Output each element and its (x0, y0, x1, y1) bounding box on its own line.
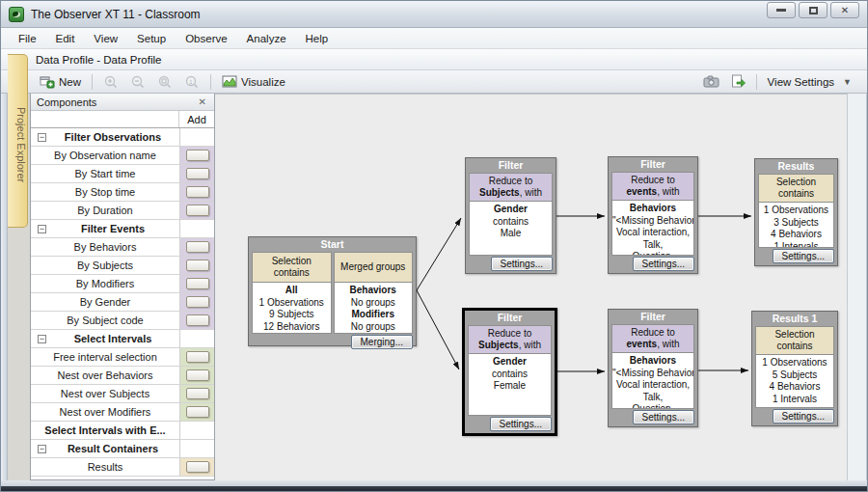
visualize-button[interactable]: Visualize (216, 73, 291, 91)
node-subheader: Selection contains (758, 174, 834, 203)
add-button-cell (179, 165, 214, 182)
settings-button[interactable]: Settings... (633, 410, 694, 424)
add-button[interactable] (186, 461, 209, 473)
sidebar-item-filter-observations: −Filter Observations (31, 128, 214, 147)
add-button[interactable] (186, 296, 209, 308)
component-label: By Start time (31, 168, 179, 179)
diagram-canvas[interactable]: Start Selection contains All 1 Observati… (215, 94, 847, 480)
close-button[interactable]: ✕ (830, 2, 859, 18)
zoom-100-button[interactable]: 1 (178, 72, 205, 92)
add-button[interactable] (186, 241, 209, 253)
add-button[interactable] (186, 260, 209, 271)
node-subheader: Selection contains (755, 326, 834, 355)
menu-analyze[interactable]: Analyze (237, 30, 296, 47)
sidebar-item-nest-over-behaviors: Nest over Behaviors (31, 367, 214, 385)
node-title: Start (249, 237, 416, 252)
component-label: Filter Observations (46, 131, 179, 143)
add-button-cell (179, 330, 214, 347)
node-body: Behaviors "<Missing Behavior... Vocal in… (611, 353, 694, 409)
sidebar-item-by-stop-time: By Stop time (31, 183, 214, 202)
node-subheader: Merged groups (334, 252, 414, 283)
node-results-1[interactable]: Results 1 Selection contains 1 Observati… (751, 311, 838, 426)
sidebar-item-filter-events: −Filter Events (31, 220, 214, 238)
component-label: Filter Events (46, 223, 179, 234)
toolbar: New (1, 70, 867, 94)
collapse-icon[interactable]: − (38, 335, 46, 343)
add-button[interactable] (186, 314, 209, 326)
add-column-label: Add (179, 114, 214, 125)
add-button-cell (179, 257, 214, 274)
sidebar-item-by-observation-name: By Observation name (31, 147, 214, 165)
component-label: Result Containers (46, 443, 179, 454)
new-button[interactable]: New (34, 73, 87, 91)
collapse-icon[interactable]: − (38, 445, 46, 453)
add-button[interactable] (186, 168, 209, 179)
menu-observe[interactable]: Observe (176, 30, 236, 47)
menu-setup[interactable]: Setup (127, 30, 176, 47)
settings-button[interactable]: Settings... (490, 417, 552, 431)
sidebar-item-by-behaviors: By Behaviors (31, 238, 214, 257)
right-gutter (847, 94, 866, 480)
node-subheader: Reduce to events, with (611, 324, 694, 353)
menu-view[interactable]: View (84, 30, 127, 47)
settings-button[interactable]: Settings... (491, 257, 553, 271)
add-button[interactable] (186, 369, 209, 381)
node-body: 1 Observations 3 Subjects 4 Behaviors 1 … (758, 203, 834, 248)
close-icon[interactable]: ✕ (197, 96, 208, 107)
component-label: Free interval selection (31, 351, 179, 363)
node-filter-gender-male[interactable]: Filter Reduce to Subjects, with Gender c… (465, 157, 556, 274)
menu-help[interactable]: Help (296, 30, 339, 47)
node-filter-events-top[interactable]: Filter Reduce to events, with Behaviors … (608, 156, 698, 274)
add-button-cell (179, 147, 214, 164)
add-button-cell (179, 458, 214, 476)
add-button-cell (179, 403, 214, 421)
node-title: Results (755, 159, 837, 174)
component-label: By Behaviors (31, 241, 179, 253)
node-filter-events-bottom[interactable]: Filter Reduce to events, with Behaviors … (608, 309, 698, 427)
merging-button[interactable]: Merging... (351, 335, 413, 349)
toolbar-right: View Settings ▼ (697, 72, 867, 91)
add-button[interactable] (186, 278, 209, 289)
add-button[interactable] (186, 388, 209, 399)
zoom-fit-button[interactable] (151, 72, 178, 92)
zoom-out-icon (130, 74, 146, 90)
maximize-button[interactable] (799, 2, 827, 18)
node-title: Filter (609, 310, 697, 324)
node-results[interactable]: Results Selection contains 1 Observation… (754, 158, 838, 266)
node-filter-gender-female[interactable]: Filter Reduce to Subjects, with Gender c… (462, 308, 557, 436)
node-body: Behaviors No groups Modifiers No groups (334, 283, 414, 334)
settings-button[interactable]: Settings... (773, 249, 834, 263)
add-button-cell (179, 202, 214, 219)
settings-button[interactable]: Settings... (773, 409, 834, 424)
collapse-icon[interactable]: − (38, 225, 46, 233)
menu-file[interactable]: File (9, 30, 46, 47)
component-label: By Observation name (31, 150, 179, 161)
add-button[interactable] (186, 150, 209, 161)
snapshot-button[interactable] (697, 73, 725, 90)
component-label: By Modifiers (31, 278, 179, 289)
settings-button[interactable]: Settings... (633, 257, 694, 271)
zoom-out-button[interactable] (124, 72, 151, 92)
minimize-button[interactable] (767, 2, 796, 18)
add-button[interactable] (186, 406, 209, 418)
project-explorer-tab[interactable]: Project Explorer (8, 54, 28, 228)
zoom-in-button[interactable] (97, 72, 124, 92)
add-button[interactable] (186, 351, 209, 363)
view-settings-button[interactable]: View Settings ▼ (762, 74, 857, 90)
sidebar-item-nest-over-modifiers: Nest over Modifiers (31, 403, 214, 422)
node-body: All 1 Observations 9 Subjects 12 Behavio… (252, 283, 332, 334)
add-button[interactable] (186, 186, 209, 198)
export-button[interactable] (725, 72, 751, 91)
component-label: By Subject code (31, 314, 179, 326)
sidebar-item-by-gender: By Gender (31, 293, 214, 312)
collapse-icon[interactable]: − (38, 133, 46, 142)
app-window: The Observer XT 11 - Classroom ✕ File Ed… (0, 0, 868, 492)
minimize-icon (776, 9, 786, 12)
add-button[interactable] (186, 205, 209, 216)
node-start[interactable]: Start Selection contains All 1 Observati… (248, 236, 417, 346)
menu-edit[interactable]: Edit (46, 30, 85, 47)
add-button-cell (179, 128, 214, 146)
node-body: Behaviors "<Missing Behavior... Vocal in… (611, 201, 694, 256)
window-bottom-border (1, 486, 867, 492)
app-icon[interactable] (9, 7, 24, 22)
